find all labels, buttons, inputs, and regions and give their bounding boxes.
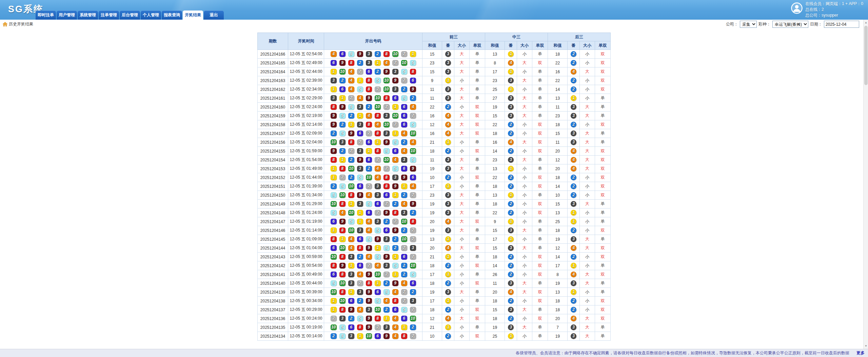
sum-cell: 15 xyxy=(422,50,442,59)
fan-cell: 1 xyxy=(442,323,454,332)
fan-cell: 2 xyxy=(442,332,454,341)
scrollbar-thumb[interactable] xyxy=(864,26,868,85)
parity-cell: 单 xyxy=(470,288,485,297)
parity-cell: 双 xyxy=(595,297,611,305)
nav-tab[interactable]: 用户管理 xyxy=(57,11,77,20)
fan-ball: 3 xyxy=(571,139,576,145)
lottery-ball: 4 xyxy=(410,104,416,110)
size-cell: 小 xyxy=(517,332,532,341)
lottery-ball: 4 xyxy=(331,51,337,57)
lottery-ball: 4 xyxy=(357,95,363,101)
sum-cell: 13 xyxy=(485,164,505,173)
lottery-ball: 1 xyxy=(410,51,416,57)
nav-tab[interactable]: 个人管理 xyxy=(141,11,161,20)
scrollbar[interactable]: ▲ ▼ xyxy=(863,20,868,349)
lottery-ball: 9 xyxy=(392,78,398,83)
lottery-ball: 5 xyxy=(401,307,407,313)
nav-tab[interactable]: 即时注单 xyxy=(36,11,56,20)
lottery-label: 彩种： xyxy=(758,21,771,27)
sub-header-parity: 单双 xyxy=(532,41,548,50)
sub-header-sum: 和值 xyxy=(422,41,442,50)
fan-ball: 4 xyxy=(571,316,576,321)
numbers-cell: 51037812946 xyxy=(324,279,422,288)
fan-cell: 2 xyxy=(568,191,580,200)
parity-cell: 单 xyxy=(595,217,611,226)
period-cell: 20251204135 xyxy=(258,323,288,332)
sum-cell: 11 xyxy=(422,156,442,164)
lottery-ball: 6 xyxy=(410,280,416,286)
fan-cell: 1 xyxy=(568,217,580,226)
lottery-ball: 10 xyxy=(375,272,381,277)
lottery-ball: 1 xyxy=(331,166,337,172)
sum-cell: 18 xyxy=(485,200,505,209)
period-cell: 20251204141 xyxy=(258,270,288,279)
lottery-ball: 4 xyxy=(339,210,346,216)
size-cell: 小 xyxy=(517,164,532,173)
sub-header-parity: 单双 xyxy=(595,41,611,50)
nav-tab[interactable]: 开奖结果 xyxy=(183,11,203,20)
numbers-cell: 25106738914 xyxy=(324,182,422,191)
nav-tab[interactable]: 后台管理 xyxy=(120,11,140,20)
lottery-ball: 2 xyxy=(410,289,416,295)
lottery-ball: 9 xyxy=(331,122,337,127)
nav-tab[interactable]: 注单管理 xyxy=(99,11,119,20)
lottery-ball: 6 xyxy=(339,86,346,92)
parity-cell: 双 xyxy=(595,253,611,261)
lottery-ball: 7 xyxy=(383,104,390,110)
table-row: 2025120414212-05 五 00:54:008916743521018… xyxy=(258,261,611,270)
lottery-ball: 1 xyxy=(401,183,407,189)
lottery-ball: 7 xyxy=(366,131,372,136)
size-cell: 大 xyxy=(454,244,470,253)
time-cell: 12-05 五 00:44:00 xyxy=(288,279,324,288)
time-cell: 12-05 五 01:44:00 xyxy=(288,173,324,182)
sum-cell: 17 xyxy=(422,270,442,279)
lottery-ball: 8 xyxy=(401,333,407,339)
lottery-ball: 3 xyxy=(401,210,407,216)
lottery-ball: 5 xyxy=(375,227,381,233)
scroll-down-icon[interactable]: ▼ xyxy=(864,343,868,349)
lottery-ball: 3 xyxy=(410,245,416,251)
company-select[interactable]: 采集 xyxy=(740,21,757,28)
lottery-ball: 10 xyxy=(339,192,346,198)
time-cell: 12-05 五 00:34:00 xyxy=(288,297,324,305)
time-cell: 12-05 五 01:19:00 xyxy=(288,217,324,226)
sum-cell: 20 xyxy=(422,217,442,226)
lottery-ball: 10 xyxy=(331,201,337,207)
time-cell: 12-05 五 02:34:00 xyxy=(288,85,324,94)
lottery-ball: 6 xyxy=(401,254,407,260)
parity-cell: 单 xyxy=(470,209,485,217)
fan-cell: 3 xyxy=(505,103,517,112)
footer-more-link[interactable]: 更多 xyxy=(856,351,865,355)
lottery-select[interactable]: 幸运飞艇(番摊) xyxy=(772,21,808,28)
table-row: 2025120415412-05 五 01:54:008129671043511… xyxy=(258,156,611,164)
online-stats: 在线会员：网页端：1 + APP：0 总在线：2 总公司：sysupper xyxy=(805,1,863,18)
nav-tab[interactable]: 退出 xyxy=(204,11,224,20)
lottery-ball: 9 xyxy=(410,86,416,92)
nav-tab[interactable]: 报表查询 xyxy=(162,11,182,20)
numbers-cell: 69823147105 xyxy=(324,59,422,67)
fan-ball: 4 xyxy=(571,157,576,163)
date-input[interactable] xyxy=(824,21,859,28)
fan-cell: 2 xyxy=(568,182,580,191)
fan-ball: 3 xyxy=(445,95,451,101)
nav-tab[interactable]: 系统管理 xyxy=(78,11,98,20)
lottery-ball: 7 xyxy=(375,157,381,163)
lottery-ball: 8 xyxy=(348,60,354,66)
fan-cell: 3 xyxy=(568,235,580,244)
lottery-ball: 6 xyxy=(401,166,407,172)
sum-cell: 17 xyxy=(485,67,505,76)
size-cell: 小 xyxy=(580,226,595,235)
lottery-ball: 2 xyxy=(366,104,372,110)
parity-cell: 双 xyxy=(595,270,611,279)
lottery-ball: 9 xyxy=(383,69,390,75)
sum-cell: 18 xyxy=(422,279,442,288)
online-total: 总在线：2 xyxy=(805,7,863,13)
lottery-ball: 1 xyxy=(392,104,398,110)
numbers-cell: 11047629358 xyxy=(324,67,422,76)
fan-ball: 1 xyxy=(508,192,514,198)
sum-cell: 18 xyxy=(485,129,505,138)
lottery-ball: 5 xyxy=(331,280,337,286)
lottery-ball: 5 xyxy=(410,122,416,127)
scroll-up-icon[interactable]: ▲ xyxy=(864,20,868,25)
lottery-ball: 8 xyxy=(339,166,346,172)
